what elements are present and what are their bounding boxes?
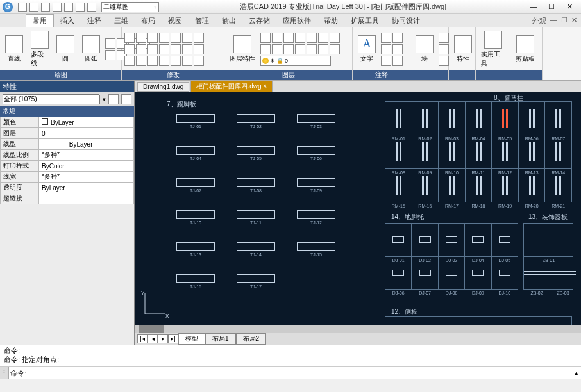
qat-undo-icon[interactable]	[76, 3, 85, 12]
modify-3[interactable]	[147, 33, 158, 43]
qat-save-icon[interactable]	[41, 3, 50, 12]
anno-s5[interactable]	[381, 56, 391, 66]
layout-tab-1[interactable]: 布局1	[205, 333, 236, 345]
command-grip-icon[interactable]: ⋮	[0, 367, 9, 379]
properties-button[interactable]: 特性	[451, 34, 475, 65]
modify-11[interactable]	[159, 44, 169, 54]
layout-nav-last[interactable]: ▸|	[168, 334, 178, 343]
clipboard-button[interactable]: 剪贴板	[513, 34, 537, 65]
anno-s4[interactable]	[392, 44, 403, 54]
palette-titlebar[interactable]: 特性	[0, 81, 134, 92]
line-button[interactable]: 直线	[3, 34, 26, 65]
tab-view[interactable]: 视图	[162, 15, 189, 27]
block-s3[interactable]	[439, 56, 449, 66]
layer-s2[interactable]	[272, 33, 282, 43]
doc-tab-1[interactable]: Drawing1.dwg	[137, 82, 189, 92]
command-scroll-up-icon[interactable]: ▴	[572, 369, 581, 377]
modify-21[interactable]	[194, 56, 204, 66]
layer-properties-button[interactable]: 图层特性	[227, 34, 258, 65]
layout-nav-next[interactable]: ▸	[158, 334, 168, 343]
layer-s9[interactable]	[272, 44, 282, 54]
scrollbar-thumb[interactable]	[139, 325, 164, 333]
maximize-button[interactable]: ☐	[545, 3, 558, 11]
anno-s2[interactable]	[392, 33, 403, 43]
layer-s1[interactable]	[260, 33, 271, 43]
modify-13[interactable]	[182, 44, 192, 54]
inner-close-button[interactable]: ✕	[571, 16, 577, 26]
modify-6[interactable]	[182, 33, 192, 43]
layer-s10[interactable]	[283, 44, 294, 54]
close-button[interactable]: ✕	[563, 3, 576, 11]
modify-16[interactable]	[136, 56, 146, 66]
modify-5[interactable]	[171, 33, 181, 43]
tab-collaborate[interactable]: 协同设计	[385, 15, 426, 27]
tab-common[interactable]: 常用	[26, 14, 54, 27]
tab-apps[interactable]: 应用软件	[276, 15, 317, 27]
selection-dropdown-icon[interactable]: ▾	[103, 96, 106, 102]
selection-combo[interactable]	[3, 94, 100, 104]
tab-help[interactable]: 帮助	[317, 15, 344, 27]
appearance-label[interactable]: 外观	[532, 16, 546, 26]
layout-tab-model[interactable]: 模型	[178, 333, 205, 345]
anno-s6[interactable]	[392, 56, 403, 66]
tab-3d[interactable]: 三维	[108, 15, 135, 27]
layer-s11[interactable]	[295, 44, 305, 54]
category-general[interactable]: 常规	[0, 106, 134, 117]
modify-4[interactable]	[159, 33, 169, 43]
layer-s7[interactable]	[330, 33, 340, 43]
workspace-dropdown[interactable]: 二维草图 ▾	[101, 2, 159, 12]
modify-18[interactable]	[159, 56, 169, 66]
modify-15[interactable]	[124, 56, 135, 66]
block-s1[interactable]	[439, 33, 449, 43]
tab-extensions[interactable]: 扩展工具	[344, 15, 385, 27]
modify-9[interactable]	[136, 44, 146, 54]
anno-s3[interactable]	[381, 44, 391, 54]
drawing-canvas[interactable]: 7、踢脚板 TJ-01TJ-02TJ-03TJ-04TJ-05TJ-06TJ-0…	[135, 92, 581, 325]
layout-nav-prev[interactable]: ◂	[147, 334, 158, 343]
anno-s1[interactable]	[381, 33, 391, 43]
tab-output[interactable]: 输出	[215, 15, 242, 27]
polyline-button[interactable]: 多段线	[28, 29, 51, 69]
modify-7[interactable]	[194, 33, 204, 43]
inner-minimize-button[interactable]: —	[550, 16, 557, 26]
draw-small-1[interactable]	[105, 38, 115, 49]
palette-pin-icon[interactable]	[114, 83, 121, 90]
tab-annotate[interactable]: 注释	[81, 15, 108, 27]
doc-tab-2[interactable]: 柜门板配件图库四.dwg ×	[190, 81, 273, 92]
text-button[interactable]: A文字	[355, 34, 378, 65]
block-button[interactable]: 块	[413, 34, 436, 65]
qat-saveas-icon[interactable]	[53, 3, 62, 12]
layer-s8[interactable]	[260, 44, 271, 54]
layer-s4[interactable]	[295, 33, 305, 43]
horizontal-scrollbar[interactable]	[135, 325, 581, 333]
utilities-button[interactable]: 实用工具	[478, 29, 507, 69]
draw-small-5[interactable]	[105, 50, 115, 60]
modify-17[interactable]	[147, 56, 158, 66]
qat-redo-icon[interactable]	[87, 3, 96, 12]
layer-s3[interactable]	[283, 33, 294, 43]
modify-20[interactable]	[182, 56, 192, 66]
modify-10[interactable]	[147, 44, 158, 54]
quick-select-button[interactable]	[108, 94, 119, 104]
modify-1[interactable]	[124, 33, 135, 43]
tab-layout[interactable]: 布局	[135, 15, 162, 27]
layout-nav-first[interactable]: |◂	[137, 334, 147, 343]
tab-cloud[interactable]: 云存储	[242, 15, 276, 27]
tab-manage[interactable]: 管理	[189, 15, 215, 27]
modify-8[interactable]	[124, 44, 135, 54]
layer-s14[interactable]	[330, 44, 340, 54]
layer-s12[interactable]	[307, 44, 317, 54]
modify-14[interactable]	[194, 44, 204, 54]
pickset-button[interactable]	[121, 94, 131, 104]
circle-button[interactable]: 圆	[54, 34, 77, 65]
modify-12[interactable]	[171, 44, 181, 54]
layer-s6[interactable]	[318, 33, 328, 43]
qat-print-icon[interactable]	[64, 3, 73, 12]
block-s2[interactable]	[439, 44, 449, 54]
layer-s5[interactable]	[307, 33, 317, 43]
layer-combo[interactable]: ❄ 🔒 0	[260, 56, 331, 66]
arc-button[interactable]: 圆弧	[80, 34, 103, 65]
palette-close-icon[interactable]	[124, 83, 131, 90]
modify-2[interactable]	[136, 33, 146, 43]
inner-restore-button[interactable]: ☐	[561, 16, 568, 26]
